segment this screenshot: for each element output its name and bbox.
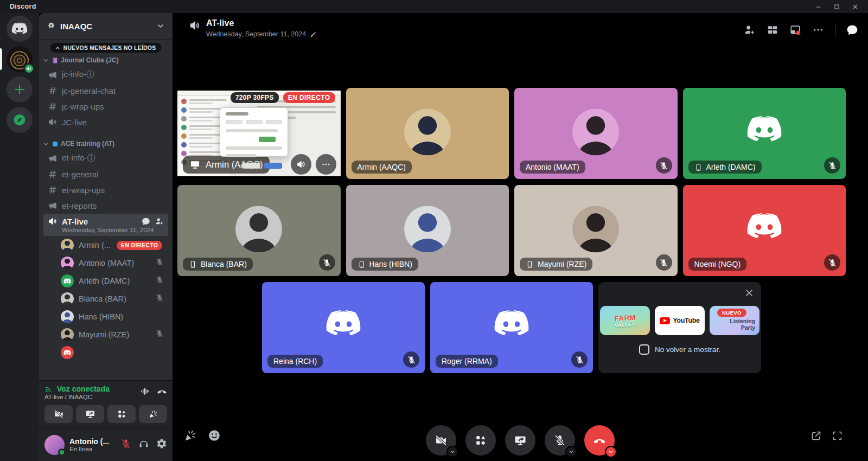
dont-show-again-checkbox[interactable]: [639, 344, 649, 355]
chat-button[interactable]: [142, 217, 150, 226]
channel-item[interactable]: jc-info-ⓘ: [43, 67, 168, 82]
chevron-up-icon: [55, 45, 61, 51]
channel-at-live[interactable]: AT-liveWednesday, September 11, 2024: [43, 214, 168, 236]
voice-participant[interactable]: Mayumi (RZE): [56, 326, 168, 343]
add-server-button[interactable]: [7, 76, 33, 103]
tile-participant[interactable]: Blanca (BAR): [177, 185, 341, 276]
tile-participant[interactable]: Mayumi (RZE): [514, 185, 678, 276]
close-button[interactable]: [847, 1, 863, 12]
dont-show-again[interactable]: No volver a mostrar.: [598, 344, 761, 355]
participant-muted: [155, 329, 164, 340]
more-button[interactable]: [812, 24, 824, 38]
chevron-down-icon[interactable]: [446, 446, 458, 458]
activities-button[interactable]: [465, 425, 496, 456]
channel-item[interactable]: jc-wrap-ups: [43, 99, 168, 114]
stream-volume-button[interactable]: [291, 154, 311, 175]
rail-item-discord-home: [0, 16, 39, 42]
muted-badge: [571, 351, 588, 368]
channel-item[interactable]: et-info-ⓘ: [43, 150, 168, 166]
screenshare-button[interactable]: [505, 425, 535, 456]
activities-button[interactable]: [107, 405, 136, 423]
muted-badge: [403, 351, 419, 368]
mute-button[interactable]: [545, 425, 575, 456]
person-add-button[interactable]: [744, 24, 756, 38]
pip-icon: [789, 24, 801, 36]
popout-button[interactable]: [810, 430, 822, 444]
category-0[interactable]: Journal Clubs (JC): [39, 53, 173, 66]
voice-channel-location[interactable]: AT-live / INAAQC: [44, 394, 110, 400]
rail-item-server-inaaqc: [0, 46, 39, 72]
participant-muted: [155, 293, 164, 304]
disconnect-button[interactable]: [584, 425, 615, 456]
tile-participant[interactable]: Armin (AAQC): [346, 88, 509, 179]
channel-item[interactable]: JC-live: [43, 114, 168, 130]
participant-avatar: [61, 274, 74, 287]
channel-item[interactable]: et-general: [43, 167, 168, 182]
mic-slash-icon: [575, 355, 584, 364]
pencil-icon[interactable]: [310, 31, 317, 38]
stream-options-button[interactable]: [316, 154, 336, 175]
server-header[interactable]: INAAQC: [39, 13, 173, 39]
video-slash-button[interactable]: [44, 405, 73, 423]
grid-button[interactable]: [767, 24, 778, 38]
mic-slash-icon: [120, 438, 131, 449]
voice-participant[interactable]: Armin (...EN DIRECTO: [56, 236, 168, 254]
user-info[interactable]: Antonio (... En línea: [69, 437, 116, 452]
discord-home-button[interactable]: [7, 16, 33, 42]
fullscreen-button[interactable]: [832, 430, 843, 444]
tile-participant[interactable]: Noemi (NGQ): [683, 185, 846, 276]
minimize-button[interactable]: [810, 1, 826, 12]
voice-participant[interactable]: Hans (HIBN): [56, 308, 168, 325]
tile-name-label: Armin (AAQC): [352, 161, 412, 174]
more-icon: [812, 24, 824, 36]
camera-button[interactable]: [426, 425, 456, 456]
promo-youtube[interactable]: YouTube: [655, 306, 705, 335]
participant-avatar: [572, 108, 619, 155]
tile-participant[interactable]: Antonio (MAAT): [514, 88, 678, 179]
chevron-down-icon[interactable]: [605, 446, 617, 458]
hangup-button[interactable]: [157, 386, 167, 399]
user-avatar[interactable]: [44, 435, 65, 455]
promo-farm-merge-valley[interactable]: FARMVALLEY: [600, 306, 650, 335]
screenshare-button[interactable]: [76, 405, 104, 423]
tile-participant[interactable]: Roger (RRMA): [430, 282, 593, 373]
chevron-down-icon[interactable]: [156, 22, 165, 30]
participant-muted: [155, 258, 164, 268]
voice-active-badge: [23, 63, 35, 74]
krisp-button[interactable]: [140, 386, 150, 399]
voice-participant[interactable]: [56, 344, 168, 361]
voice-participant[interactable]: Arleth (DAMC): [56, 272, 168, 290]
mic-slash-button[interactable]: [120, 438, 131, 451]
person-add-button[interactable]: [155, 217, 164, 226]
megaphone-icon: [48, 201, 58, 210]
gear-button[interactable]: [156, 438, 167, 451]
maximize-button[interactable]: [829, 1, 844, 12]
chevron-down-icon[interactable]: [565, 446, 577, 458]
voice-participant[interactable]: Blanca (BAR): [56, 290, 168, 308]
tile-participant[interactable]: Hans (HIBN): [346, 185, 509, 276]
soundboard-button[interactable]: [139, 405, 167, 423]
chat-button[interactable]: [846, 24, 858, 38]
pip-button[interactable]: [789, 24, 801, 38]
live-badge: EN DIRECTO: [117, 241, 163, 250]
explore-servers-button[interactable]: [7, 107, 33, 133]
unread-messages-banner[interactable]: NUEVOS MENSAJES NO LEÍDOS: [50, 43, 162, 53]
participant-avatar: [61, 310, 74, 323]
tile-screenshare-armin[interactable]: 720P 30FPSEN DIRECTOArmin (AAQC): [177, 88, 341, 179]
nuevo-badge: NUEVO: [717, 309, 746, 317]
promo-listening-party[interactable]: NUEVOListening Party: [710, 306, 760, 335]
category-1[interactable]: ACE training (AT): [39, 137, 173, 150]
voice-participant[interactable]: Antonio (MAAT): [56, 254, 168, 272]
close-icon[interactable]: [744, 287, 755, 298]
voice-stage: AT-live Wednesday, September 11, 2024 72…: [173, 13, 868, 461]
mic-slash-icon: [659, 161, 668, 170]
server-icon-inaaqc[interactable]: [7, 46, 33, 72]
channel-item[interactable]: et-wrap-ups: [43, 182, 168, 197]
channel-item[interactable]: et-reports: [43, 198, 168, 213]
voice-connected-status[interactable]: Voz conectada: [44, 385, 110, 393]
tile-participant[interactable]: Reina (RCH): [262, 282, 425, 373]
channel-item[interactable]: jc-general-chat: [43, 83, 168, 98]
headphones-button[interactable]: [138, 438, 149, 451]
tile-participant[interactable]: Arleth (DAMC): [683, 88, 846, 179]
participant-avatar: [235, 206, 282, 252]
